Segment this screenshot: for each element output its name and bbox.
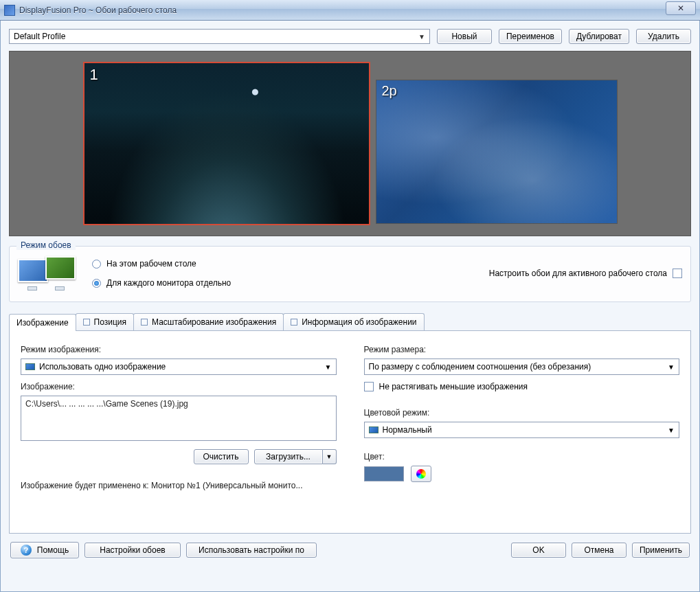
image-mode-label: Режим изображения: — [21, 345, 337, 354]
color-row — [364, 466, 680, 482]
mini-monitor-blue-icon — [18, 259, 48, 282]
chevron-down-icon: ▼ — [668, 426, 675, 434]
color-mode-value: Нормальный — [383, 425, 432, 435]
color-picker-button[interactable] — [411, 466, 431, 482]
color-mode-label: Цветовой режим: — [364, 408, 680, 418]
profile-select[interactable]: Default Profile ▼ — [9, 29, 430, 44]
bottom-button-bar: ? Помощь Настройки обоев Использовать на… — [9, 534, 691, 567]
active-desktop-label: Настроить обои для активного рабочего ст… — [489, 269, 667, 278]
help-button-label: Помощь — [37, 545, 69, 555]
tab-position-label: Позиция — [94, 317, 126, 327]
color-mode-combo[interactable]: Нормальный ▼ — [364, 422, 680, 438]
wallpaper-mode-legend: Режим обоев — [16, 240, 76, 250]
app-icon — [4, 5, 15, 16]
mini-monitor-stand-icon — [55, 286, 65, 291]
image-mode-combo[interactable]: Использовать одно изображение ▼ — [21, 358, 337, 375]
load-button[interactable]: Загрузить... — [254, 449, 323, 464]
applies-to-text: Изображение будет применено к: Монитор №… — [21, 481, 337, 490]
no-stretch-checkbox[interactable] — [364, 382, 374, 391]
image-tab-left-col: Режим изображения: Использовать одно изо… — [21, 342, 337, 490]
clear-button[interactable]: Очистить — [194, 449, 249, 464]
chevron-down-icon: ▼ — [668, 363, 675, 371]
chevron-down-icon: ▼ — [418, 33, 425, 41]
color-swatch[interactable] — [364, 466, 404, 481]
pin-icon — [291, 319, 297, 326]
ok-button[interactable]: OK — [511, 543, 566, 558]
image-path-label: Изображение: — [21, 382, 337, 391]
image-mode-value: Использовать одно изображение — [39, 362, 166, 372]
wallpaper-mode-row: На этом рабочем столе Для каждого монито… — [18, 256, 682, 291]
tab-scaling-label: Масштабирование изображения — [152, 317, 276, 327]
image-path-list[interactable]: C:\Users\... ... ... ... ...\Game Scenes… — [21, 396, 337, 441]
close-icon: ✕ — [677, 3, 684, 13]
profile-row: Default Profile ▼ Новый Переименов Дубли… — [9, 29, 691, 44]
image-path-buttons: Очистить Загрузить... ▼ — [21, 449, 337, 464]
radio-this-desktop-label: На этом рабочем столе — [106, 259, 196, 269]
radio-icon — [92, 279, 101, 288]
image-swatch-icon — [25, 363, 35, 370]
tab-strip: Изображение Позиция Масштабирование изоб… — [9, 313, 691, 330]
profile-selected-text: Default Profile — [14, 32, 65, 41]
help-button[interactable]: ? Помощь — [10, 542, 79, 558]
monitor-2-preview[interactable]: 2p — [376, 80, 618, 224]
color-wheel-icon — [416, 469, 426, 479]
monitor-2-label: 2p — [382, 83, 397, 99]
load-dropdown-toggle[interactable]: ▼ — [323, 449, 337, 464]
chevron-down-icon: ▼ — [325, 363, 332, 371]
help-icon: ? — [21, 545, 32, 556]
size-mode-label: Режим размера: — [364, 345, 680, 354]
wallpaper-settings-button[interactable]: Настройки обоев — [84, 543, 181, 558]
active-desktop-checkbox[interactable] — [673, 269, 682, 278]
load-split-button[interactable]: Загрузить... ▼ — [254, 449, 337, 464]
tab-info-label: Информация об изображении — [302, 317, 416, 327]
tab-image-label: Изображение — [16, 318, 69, 328]
apply-button[interactable]: Применить — [632, 543, 690, 558]
wallpaper-mode-radios: На этом рабочем столе Для каждого монито… — [92, 259, 231, 288]
mini-monitor-stand-icon — [27, 286, 37, 291]
no-stretch-label: Не растягивать меньшие изображения — [379, 382, 528, 391]
profile-new-button[interactable]: Новый — [437, 29, 492, 44]
radio-each-monitor-label: Для каждого монитора отдельно — [106, 278, 231, 288]
monitor-1-preview[interactable]: 1 — [83, 62, 370, 225]
tab-image[interactable]: Изображение — [9, 314, 76, 331]
active-desktop-option[interactable]: Настроить обои для активного рабочего ст… — [489, 269, 682, 278]
profile-delete-button[interactable]: Удалить — [636, 29, 691, 44]
tab-info[interactable]: Информация об изображении — [283, 313, 424, 330]
mini-monitor-green-icon — [45, 256, 76, 280]
radio-icon — [92, 260, 101, 269]
wallpaper-mode-group: Режим обоев На этом рабочем столе Для ка… — [9, 246, 691, 302]
chevron-down-icon: ▼ — [326, 453, 332, 460]
image-tab-right-col: Режим размера: По размеру с соблюдением … — [364, 342, 680, 490]
use-defaults-button[interactable]: Использовать настройки по — [186, 543, 317, 558]
profile-rename-button[interactable]: Переименов — [499, 29, 562, 44]
cancel-button[interactable]: Отмена — [572, 543, 626, 558]
window-close-button[interactable]: ✕ — [666, 1, 696, 15]
monitors-illustration — [18, 256, 80, 291]
client-area: Default Profile ▼ Новый Переименов Дубли… — [0, 21, 700, 592]
image-tab-columns: Режим изображения: Использовать одно изо… — [21, 342, 679, 490]
title-bar: DisplayFusion Pro ~ Обои рабочего стола … — [0, 0, 700, 21]
no-stretch-option[interactable]: Не растягивать меньшие изображения — [364, 382, 680, 391]
radio-each-monitor[interactable]: Для каждого монитора отдельно — [92, 278, 231, 288]
tab-position[interactable]: Позиция — [76, 313, 134, 330]
window-title: DisplayFusion Pro ~ Обои рабочего стола — [19, 5, 696, 15]
radio-this-desktop[interactable]: На этом рабочем столе — [92, 259, 231, 269]
pin-icon — [141, 319, 148, 326]
monitor-preview-area: 1 2p — [9, 51, 691, 236]
pin-icon — [83, 319, 90, 326]
color-label: Цвет: — [364, 452, 680, 462]
tab-body-image: Режим изображения: Использовать одно изо… — [9, 330, 691, 534]
size-mode-value: По размеру с соблюдением соотношения (бе… — [369, 362, 591, 372]
profile-duplicate-button[interactable]: Дублироват — [569, 29, 629, 44]
size-mode-combo[interactable]: По размеру с соблюдением соотношения (бе… — [364, 358, 680, 375]
image-swatch-icon — [369, 426, 379, 433]
image-path-value: C:\Users\... ... ... ... ...\Game Scenes… — [25, 399, 188, 409]
monitor-1-label: 1 — [90, 66, 98, 84]
tab-scaling[interactable]: Масштабирование изображения — [133, 313, 284, 330]
